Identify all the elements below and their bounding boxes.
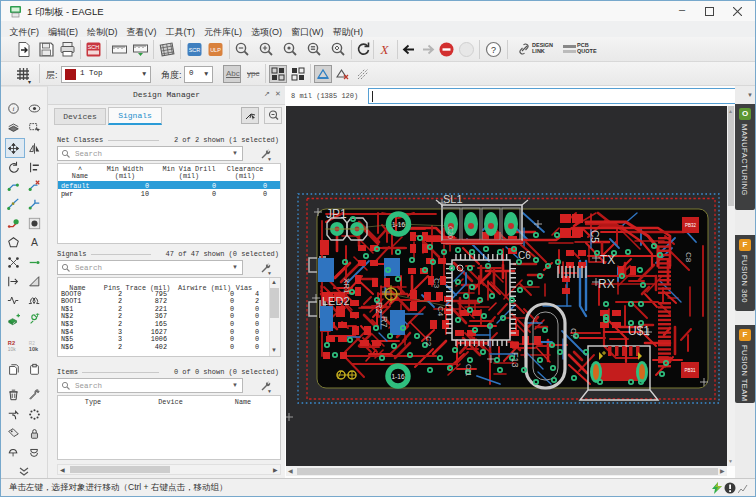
svg-text:PB31: PB31 [684,368,696,373]
svg-text:A: A [31,237,38,248]
svg-text:C5: C5 [589,230,600,243]
svg-text:10k: 10k [8,347,16,352]
svg-text:C7: C7 [569,328,578,339]
svg-text:ULP: ULP [210,47,221,53]
svg-text:SCR: SCR [189,47,201,53]
svg-text:C8: C8 [684,252,693,263]
svg-text:1-16: 1-16 [391,373,404,380]
svg-text:?: ? [491,45,496,55]
svg-text:X: X [380,42,390,57]
svg-text:10k: 10k [29,346,39,352]
svg-text:C11: C11 [465,364,472,376]
svg-text:R2: R2 [374,302,384,314]
svg-text:SL1: SL1 [443,193,463,205]
svg-text:XR1: XR1 [342,278,351,294]
svg-text:R2: R2 [8,340,15,346]
svg-text:1-16: 1-16 [392,221,405,228]
svg-text:C20: C20 [447,226,454,239]
svg-text:TX: TX [600,253,615,267]
svg-text:PB32: PB32 [685,223,697,228]
svg-text:C2: C2 [424,336,433,347]
svg-text:SCH: SCH [88,44,100,50]
svg-text:F13: F13 [510,352,520,368]
svg-text:RX: RX [598,277,615,291]
svg-text:JP1: JP1 [326,207,347,221]
svg-text:C3: C3 [432,278,441,289]
svg-text:i: i [13,105,15,112]
svg-text:R7: R7 [379,316,389,328]
svg-text:U$1: U$1 [628,324,650,338]
svg-text:C4: C4 [436,306,445,317]
svg-text:LED2: LED2 [322,295,350,307]
svg-text:C6: C6 [518,250,531,261]
